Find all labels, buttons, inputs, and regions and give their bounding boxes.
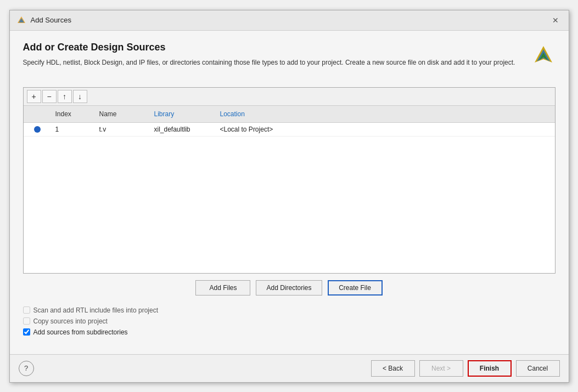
move-down-button[interactable]: ↓ [73, 90, 87, 103]
table-row[interactable]: 1 t.v xil_defaultlib <Local to Project> [24, 123, 555, 137]
header-area: Add or Create Design Sources Specify HDL… [23, 42, 555, 78]
col-header-library: Library [150, 108, 216, 120]
col-header-name: Name [95, 108, 150, 120]
scan-rtl-label: Scan and add RTL include files into proj… [33, 306, 158, 314]
down-icon: ↓ [78, 92, 82, 101]
add-button[interactable]: + [27, 90, 41, 103]
up-icon: ↑ [63, 92, 66, 101]
title-bar-left: Add Sources [16, 15, 71, 25]
vivado-logo-small [16, 15, 26, 25]
scan-rtl-row: Scan and add RTL include files into proj… [23, 306, 555, 314]
copy-sources-row: Copy sources into project [23, 317, 555, 325]
table-toolbar: + − ↑ ↓ [24, 88, 555, 106]
title-bar: Add Sources ✕ [10, 10, 569, 31]
vivado-logo-large [531, 44, 555, 68]
col-header-status [24, 108, 51, 120]
table-header: Index Name Library Location [24, 106, 555, 123]
options-section: Scan and add RTL include files into proj… [23, 306, 555, 336]
add-subdirs-row: Add sources from subdirectories [23, 328, 555, 336]
create-file-button[interactable]: Create File [328, 280, 383, 296]
add-subdirs-label: Add sources from subdirectories [33, 328, 128, 336]
close-button[interactable]: ✕ [549, 15, 562, 26]
sources-table-container: + − ↑ ↓ Index Name Library Location [23, 87, 555, 274]
footer-right: < Back Next > Finish Cancel [371, 360, 560, 377]
minus-icon: − [47, 92, 51, 101]
copy-sources-label: Copy sources into project [33, 317, 108, 325]
scan-rtl-checkbox[interactable] [23, 306, 30, 314]
cancel-button[interactable]: Cancel [516, 360, 560, 377]
col-header-location: Location [216, 108, 555, 120]
next-button[interactable]: Next > [419, 360, 463, 377]
add-sources-dialog: Add Sources ✕ Add or Create Design Sourc… [9, 10, 569, 383]
dialog-footer: ? < Back Next > Finish Cancel [10, 354, 569, 382]
logo-area [523, 42, 555, 68]
col-header-index: Index [51, 108, 95, 120]
row-library: xil_defaultlib [150, 123, 216, 136]
row-status [24, 123, 51, 135]
status-dot [34, 126, 41, 133]
remove-button[interactable]: − [42, 90, 57, 103]
finish-button[interactable]: Finish [468, 360, 512, 377]
page-description: Specify HDL, netlist, Block Design, and … [23, 58, 523, 67]
move-up-button[interactable]: ↑ [58, 90, 72, 103]
add-files-button[interactable]: Add Files [195, 280, 250, 296]
header-text: Add or Create Design Sources Specify HDL… [23, 42, 523, 78]
action-buttons: Add Files Add Directories Create File [23, 280, 555, 296]
row-location: <Local to Project> [216, 123, 555, 136]
add-subdirs-checkbox[interactable] [23, 328, 30, 336]
row-index: 1 [51, 123, 95, 136]
help-button[interactable]: ? [19, 361, 34, 376]
row-name: t.v [95, 123, 150, 136]
page-title: Add or Create Design Sources [23, 42, 523, 53]
add-directories-button[interactable]: Add Directories [256, 280, 322, 296]
add-icon: + [31, 92, 36, 101]
table-body: 1 t.v xil_defaultlib <Local to Project> [24, 123, 555, 273]
back-button[interactable]: < Back [371, 360, 415, 377]
copy-sources-checkbox[interactable] [23, 317, 30, 325]
dialog-title: Add Sources [31, 16, 71, 24]
footer-left: ? [19, 361, 34, 376]
dialog-content: Add or Create Design Sources Specify HDL… [10, 31, 569, 354]
